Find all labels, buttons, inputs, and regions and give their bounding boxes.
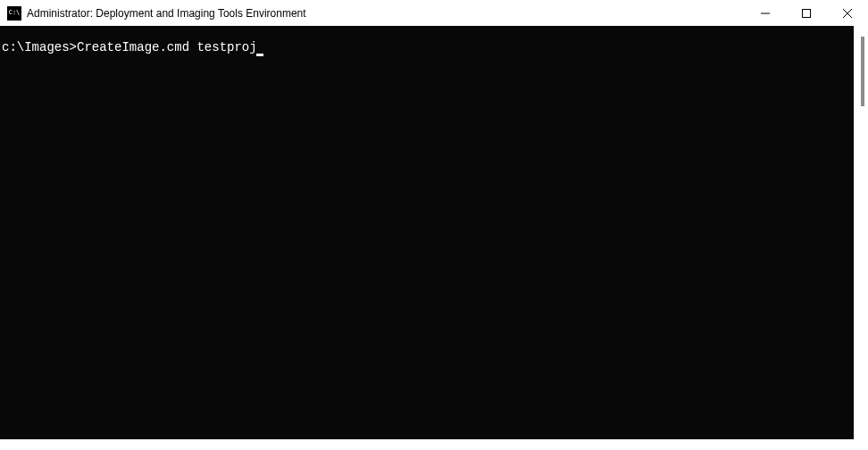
bottom-gap — [0, 439, 854, 450]
prompt: c:\Images> — [2, 40, 77, 54]
command-text: CreateImage.cmd testproj — [77, 40, 257, 54]
terminal-line: c:\Images>CreateImage.cmd testproj — [0, 26, 854, 57]
close-icon — [843, 9, 852, 18]
close-button[interactable] — [827, 0, 868, 26]
scrollbar-thumb[interactable] — [861, 37, 864, 106]
window-title: Administrator: Deployment and Imaging To… — [27, 7, 306, 20]
maximize-button[interactable] — [786, 0, 827, 26]
cmd-icon-text: C:\ — [9, 10, 21, 16]
svg-rect-1 — [803, 9, 811, 17]
window-controls — [745, 0, 868, 26]
minimize-button[interactable] — [745, 0, 786, 26]
titlebar: C:\ Administrator: Deployment and Imagin… — [0, 0, 868, 26]
maximize-icon — [802, 9, 811, 18]
cmd-icon: C:\ — [7, 6, 21, 21]
cursor — [256, 54, 263, 56]
terminal-content[interactable]: c:\Images>CreateImage.cmd testproj — [0, 26, 854, 450]
minimize-icon — [761, 9, 770, 18]
terminal-area[interactable]: c:\Images>CreateImage.cmd testproj — [0, 26, 868, 450]
scrollbar-track[interactable] — [854, 26, 868, 450]
